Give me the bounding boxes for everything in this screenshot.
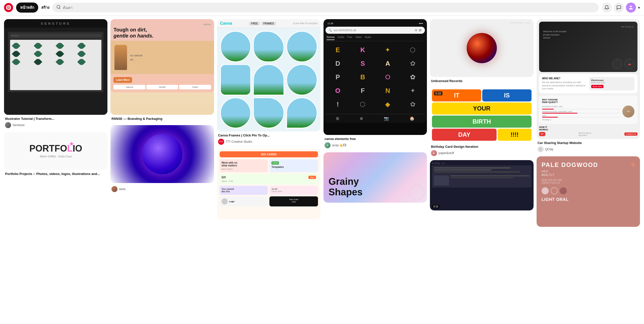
- svg-line-1: [59, 8, 60, 9]
- pin-title-unlicensed: Unlicensed Records: [431, 79, 532, 83]
- pin-title-riinse: RIINSE — Branding & Packaging: [111, 117, 213, 121]
- pin-card-unlicensed[interactable]: UNLICENSED — 2023 Unlicensed Records: [430, 19, 533, 84]
- pin-title-canva-elements: canva elements free: [325, 137, 426, 141]
- search-icon: [56, 5, 61, 10]
- pin-info-car-sharing: Car Sharing Startup Website Q QClay: [537, 139, 640, 153]
- pin-author-sensture: Sensture: [5, 122, 106, 128]
- pin-author-birthday: p paper&stuff: [431, 150, 532, 156]
- search-input[interactable]: [63, 6, 595, 10]
- pin-grid: SENSTURE: [4, 19, 640, 227]
- create-button[interactable]: สร้าง: [41, 5, 49, 11]
- pin-title-birthday: Birthday Card Design Iteration: [431, 145, 532, 149]
- pin-card-canva-frames[interactable]: Canva FREE FRAMES CLICK PIN TO ACCESS: [217, 19, 320, 146]
- pin-title-portfolio: Portfolio Projects :: Photos, videos, lo…: [5, 172, 106, 176]
- pin-card-pale-dogwood[interactable]: ✦ PALE DOGWOOD HEX #e4c7c7 RGB 228 207 1…: [537, 156, 640, 227]
- home-button[interactable]: หน้าหลัก: [16, 3, 38, 13]
- author-name-acaa: acaa 🤙🎞: [332, 143, 346, 147]
- pin-card-riinse[interactable]: Reiinse Tough on dirt,gentle on hands. a…: [110, 19, 214, 122]
- pin-card-canva-elements[interactable]: 11:39 ●●● 🔍 set:nAFENR3S-dk ✕ ⚙ Semua: [324, 19, 427, 149]
- pin-info-canva-frames: Canva Frames | Click Pin To Op... 777 77…: [217, 131, 320, 146]
- author-avatar-paperstuff: p: [431, 150, 437, 156]
- author-avatar-777: 777: [218, 139, 224, 145]
- header-icons: ▾: [602, 3, 640, 13]
- search-bar[interactable]: [52, 3, 599, 12]
- author-avatar-sensture: [5, 122, 11, 128]
- pin-author-canva-frames: 777 777 Creative Studio: [218, 139, 319, 145]
- pin-author-car-sharing: Q QClay: [538, 146, 639, 152]
- main-content: SENSTURE: [0, 15, 644, 231]
- pin-info-portfolio: Portfolio Projects :: Photos, videos, lo…: [4, 170, 107, 177]
- author-name-sensture: Sensture: [13, 123, 25, 127]
- user-avatar[interactable]: [626, 3, 636, 13]
- author-avatar-tavia: [111, 186, 117, 192]
- pin-card-blue-gradient[interactable]: tavia: [110, 125, 214, 193]
- pin-info-sensture: Illustrator Tutorial | Transform... Sens…: [4, 115, 107, 129]
- svg-point-0: [57, 5, 60, 8]
- pin-card-portfolio[interactable]: PORTFOL★IO Martin Griffiths · Giulia Cos…: [4, 132, 107, 177]
- pin-card-sensture[interactable]: SENSTURE: [4, 19, 107, 129]
- account-chevron[interactable]: ▾: [638, 5, 640, 10]
- pin-card-birthday[interactable]: 0:18 IT IS YOUR BIRTH: [430, 87, 533, 157]
- pin-info-canva-elements: canva elements free a acaa 🤙🎞: [324, 135, 427, 149]
- pin-author-tavia: tavia: [111, 186, 213, 192]
- pin-info-unlicensed: Unlicensed Records: [430, 77, 533, 84]
- svg-point-2: [630, 6, 632, 8]
- author-name-777: 777 Creative Studio: [226, 140, 252, 143]
- author-name-paperstuff: paper&stuff: [438, 151, 454, 155]
- author-avatar-acaa: a: [325, 142, 331, 148]
- pin-author-canva-elements: a acaa 🤙🎞: [325, 142, 426, 148]
- pin-info-blue-gradient: tavia: [110, 183, 214, 193]
- pin-title-canva-frames: Canva Frames | Click Pin To Op...: [218, 133, 319, 138]
- pin-card-uikit[interactable]: BIG CARDS Work with onwhat matters about…: [217, 149, 320, 219]
- pin-card-car-sharing[interactable]: AIR VEHICLE Welcome to the trustedprivat…: [537, 19, 640, 153]
- pin-info-birthday: Birthday Card Design Iteration p paper&s…: [430, 143, 533, 157]
- pin-card-illustrator-ai[interactable]: ⚙ Stroke · 1pt 0:16: [430, 160, 533, 210]
- pinterest-logo[interactable]: [4, 3, 13, 12]
- pin-info-riinse: RIINSE — Branding & Packaging: [110, 115, 214, 122]
- messages-button[interactable]: [614, 3, 624, 13]
- author-name-tavia: tavia: [119, 187, 125, 191]
- notification-button[interactable]: [602, 3, 612, 13]
- pinterest-icon: [6, 5, 11, 10]
- header: หน้าหลัก สร้าง ▾: [0, 0, 644, 15]
- author-avatar-qclay: Q: [538, 146, 544, 152]
- pin-card-grainy[interactable]: GrainyShapes: [324, 152, 427, 203]
- author-name-qclay: QClay: [545, 148, 553, 151]
- pin-title-car-sharing: Car Sharing Startup Website: [538, 141, 639, 145]
- pin-title-sensture: Illustrator Tutorial | Transform...: [5, 117, 106, 121]
